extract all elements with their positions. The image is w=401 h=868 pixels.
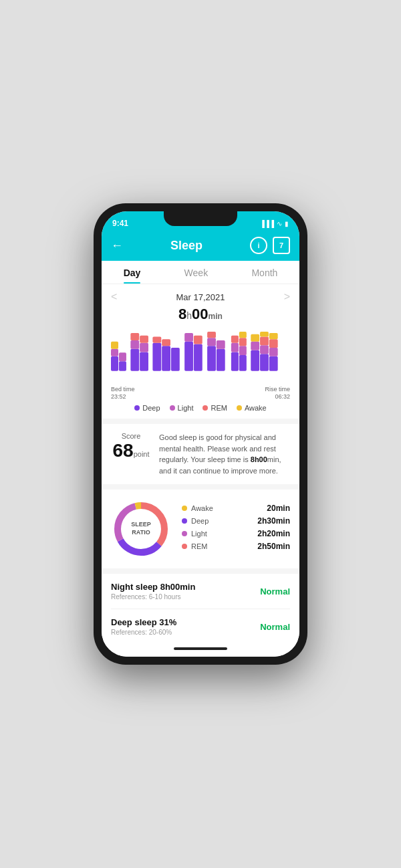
content-scroll[interactable]: Day Week Month < Mar 17,2021 > 8h00min bbox=[102, 261, 299, 643]
ratio-legend: Awake 20min Deep 2h30min bbox=[182, 504, 290, 554]
svg-rect-17 bbox=[194, 344, 203, 370]
score-label: Score bbox=[111, 432, 151, 440]
tabs: Day Week Month bbox=[102, 261, 299, 284]
tab-month[interactable]: Month bbox=[251, 267, 277, 284]
svg-rect-39 bbox=[260, 336, 269, 345]
bed-time-label: Bed time 23:52 bbox=[111, 386, 135, 400]
chart-time-labels: Bed time 23:52 Rise time 06:32 bbox=[111, 386, 290, 400]
svg-rect-22 bbox=[207, 338, 216, 346]
svg-rect-41 bbox=[260, 332, 269, 336]
score-value-container: 68point bbox=[111, 441, 151, 460]
legend-awake: Awake bbox=[237, 404, 267, 412]
svg-rect-16 bbox=[184, 342, 193, 371]
sleep-duration: 8h00min bbox=[111, 306, 290, 323]
score-duration-bold: 8h00 bbox=[251, 455, 267, 463]
stats-section: Night sleep 8h00min References: 6-10 hou… bbox=[102, 574, 299, 643]
status-icons: ▐▐▐ ∿ ▮ bbox=[260, 220, 289, 227]
light-ratio-label: Light bbox=[191, 530, 207, 538]
rem-ratio-value: 2h50min bbox=[257, 542, 290, 551]
phone-screen: 9:41 ▐▐▐ ∿ ▮ ← Sleep i 7 Day Week Month bbox=[102, 211, 299, 657]
svg-rect-14 bbox=[152, 336, 161, 342]
status-time: 9:41 bbox=[112, 219, 128, 228]
svg-rect-0 bbox=[111, 356, 118, 371]
light-color-dot bbox=[170, 405, 175, 411]
tab-day[interactable]: Day bbox=[124, 267, 141, 284]
home-indicator bbox=[174, 647, 227, 650]
svg-rect-34 bbox=[269, 356, 278, 371]
back-button[interactable]: ← bbox=[111, 239, 123, 253]
next-date-button[interactable]: > bbox=[284, 291, 290, 303]
calendar-button[interactable]: 7 bbox=[273, 237, 290, 254]
ratio-awake: Awake 20min bbox=[182, 504, 290, 513]
donut-label: SLEEPRATIO bbox=[131, 521, 151, 536]
deep-ratio-dot bbox=[182, 518, 187, 524]
night-sleep-ref: References: 6-10 hours bbox=[111, 593, 195, 601]
page-title: Sleep bbox=[170, 239, 203, 253]
svg-rect-1 bbox=[119, 361, 126, 371]
svg-rect-6 bbox=[140, 352, 148, 370]
svg-rect-10 bbox=[140, 336, 148, 343]
score-unit: point bbox=[134, 450, 150, 458]
awake-color-dot bbox=[237, 405, 242, 411]
svg-rect-19 bbox=[194, 336, 203, 344]
score-section: Score 68point Good sleep is good for phy… bbox=[102, 424, 299, 484]
deep-ratio-value: 2h30min bbox=[257, 516, 290, 526]
stat-deep-sleep: Deep sleep 31% References: 20-60% Normal bbox=[111, 609, 290, 643]
svg-rect-32 bbox=[251, 350, 259, 371]
current-date: Mar 17,2021 bbox=[176, 292, 225, 302]
svg-rect-7 bbox=[130, 340, 139, 349]
chart-section: < Mar 17,2021 > 8h00min bbox=[102, 284, 299, 419]
svg-rect-35 bbox=[251, 342, 259, 350]
night-sleep-status: Normal bbox=[260, 586, 290, 596]
legend-awake-label: Awake bbox=[245, 404, 267, 412]
deep-sleep-ref: References: 20-60% bbox=[111, 629, 176, 636]
deep-color-dot bbox=[134, 405, 140, 411]
deep-sleep-status: Normal bbox=[260, 622, 290, 632]
svg-rect-30 bbox=[239, 338, 247, 346]
score-number: 68 bbox=[112, 440, 133, 461]
awake-ratio-dot bbox=[182, 506, 187, 511]
svg-rect-29 bbox=[239, 346, 247, 355]
svg-rect-15 bbox=[162, 339, 170, 346]
phone-frame: 9:41 ▐▐▐ ∿ ▮ ← Sleep i 7 Day Week Month bbox=[94, 203, 307, 665]
legend-deep-label: Deep bbox=[142, 404, 160, 412]
svg-rect-2 bbox=[111, 349, 118, 356]
svg-rect-21 bbox=[217, 349, 225, 371]
score-display: Score 68point bbox=[111, 432, 151, 460]
sleep-chart-svg bbox=[111, 328, 290, 382]
svg-rect-27 bbox=[231, 343, 239, 352]
svg-rect-11 bbox=[152, 343, 161, 371]
svg-rect-4 bbox=[111, 342, 118, 349]
legend-light-label: Light bbox=[178, 404, 194, 412]
header: ← Sleep i 7 bbox=[102, 233, 299, 261]
svg-rect-5 bbox=[130, 349, 139, 371]
light-ratio-value: 2h20min bbox=[257, 529, 290, 538]
rem-color-dot bbox=[203, 405, 208, 411]
rem-ratio-dot bbox=[182, 544, 187, 549]
svg-rect-23 bbox=[217, 340, 225, 349]
svg-rect-31 bbox=[239, 332, 247, 338]
info-button[interactable]: i bbox=[250, 237, 267, 254]
night-sleep-name: Night sleep 8h00min bbox=[111, 582, 195, 592]
svg-rect-9 bbox=[130, 333, 139, 340]
tab-week[interactable]: Week bbox=[184, 267, 209, 284]
awake-ratio-label: Awake bbox=[191, 504, 213, 512]
svg-rect-25 bbox=[231, 352, 239, 370]
legend-deep: Deep bbox=[134, 404, 160, 412]
svg-rect-12 bbox=[162, 346, 170, 371]
deep-ratio-label: Deep bbox=[191, 517, 209, 525]
svg-rect-38 bbox=[251, 334, 259, 342]
ratio-section: SLEEPRATIO Awake 20min Deep bbox=[102, 490, 299, 568]
notch bbox=[164, 211, 237, 226]
bottom-bar bbox=[102, 643, 299, 657]
svg-rect-36 bbox=[260, 345, 269, 354]
duration-hours: 8h00min bbox=[178, 306, 223, 322]
battery-icon: ▮ bbox=[285, 220, 289, 227]
prev-date-button[interactable]: < bbox=[111, 291, 117, 303]
svg-rect-13 bbox=[171, 348, 180, 371]
deep-sleep-name: Deep sleep 31% bbox=[111, 617, 176, 627]
svg-rect-28 bbox=[231, 336, 239, 343]
svg-rect-18 bbox=[184, 333, 193, 342]
ratio-light: Light 2h20min bbox=[182, 529, 290, 538]
legend-rem: REM bbox=[203, 404, 227, 412]
